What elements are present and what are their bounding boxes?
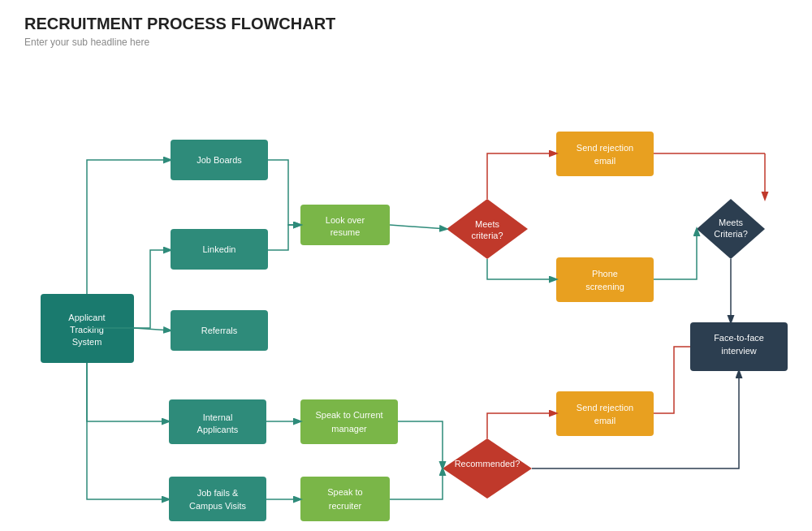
- phone-screening-box: [556, 257, 654, 302]
- face-interview-label1: Face-to-face: [714, 333, 764, 343]
- ats-to-internal-line: [87, 363, 169, 421]
- look-over-label2: resume: [330, 227, 361, 237]
- send-rejection2-label2: email: [594, 416, 615, 425]
- recommended-to-rejection2-line: [487, 413, 556, 438]
- speak-recruiter-label2: recruiter: [329, 501, 362, 511]
- job-fails-label2: Campus Visits: [189, 501, 247, 511]
- face-interview-label2: interview: [721, 346, 756, 356]
- internal-label2: Applicants: [197, 425, 239, 434]
- linkedin-label: Linkedin: [203, 244, 236, 254]
- ats-to-jobfails-line: [87, 363, 169, 499]
- recruiter-to-recommended-line: [390, 468, 443, 499]
- flowchart: Applicant Tracking System Job Boards Lin…: [24, 54, 804, 531]
- speak-current-box: [300, 399, 398, 444]
- speak-recruiter-box: [300, 477, 390, 521]
- linkedin-to-looker-line: [268, 225, 300, 250]
- speak-recruiter-label1: Speak to: [327, 487, 362, 497]
- internal-label1: Internal: [203, 412, 233, 422]
- page-title: RECRUITMENT PROCESS FLOWCHART: [24, 15, 788, 33]
- ats-label: Applicant: [68, 313, 105, 322]
- send-rejection2-label1: Send rejection: [577, 403, 633, 412]
- phone-to-meets2-line: [654, 229, 697, 279]
- speak-to-recommended-line: [398, 421, 443, 468]
- look-over-box: [300, 205, 390, 245]
- job-fails-label1: Job fails &: [197, 488, 239, 498]
- ats-label3: System: [72, 337, 102, 347]
- looker-to-meets-line: [390, 225, 447, 229]
- send-rejection2-box: [556, 391, 654, 436]
- jobboards-to-looker-line: [268, 160, 300, 225]
- meets-criteria2-label1: Meets: [719, 218, 743, 227]
- job-fails-box: [169, 477, 266, 521]
- referrals-label: Referrals: [201, 326, 238, 335]
- ats-label2: Tracking: [70, 325, 104, 335]
- meets-criteria-label2: criteria?: [471, 231, 503, 240]
- meets-criteria2-label2: Criteria?: [714, 229, 748, 239]
- phone-screening-label1: Phone: [592, 269, 618, 278]
- look-over-label1: Look over: [326, 215, 365, 225]
- rejection2-right-line: [654, 347, 690, 413]
- recommended-diamond: [443, 438, 532, 499]
- meets-criteria-diamond: [447, 199, 528, 259]
- recommended-label1: Recommended?: [455, 459, 520, 468]
- ats-to-jobboards-line: [87, 160, 171, 294]
- speak-current-label1: Speak to Current: [315, 410, 382, 420]
- speak-current-label2: manager: [331, 424, 367, 434]
- send-rejection1-label1: Send rejection: [577, 143, 633, 153]
- phone-screening-label2: screening: [585, 282, 624, 291]
- meets-to-phone-line: [487, 259, 556, 279]
- page-subtitle: Enter your sub headline here: [24, 37, 788, 48]
- meets-to-rejection1-line: [487, 153, 556, 199]
- send-rejection1-label2: email: [594, 156, 615, 166]
- ats-to-referrals-line: [134, 328, 171, 330]
- send-rejection1-box: [556, 132, 654, 176]
- meets-criteria-label1: Meets: [475, 219, 499, 229]
- job-boards-label: Job Boards: [197, 155, 242, 165]
